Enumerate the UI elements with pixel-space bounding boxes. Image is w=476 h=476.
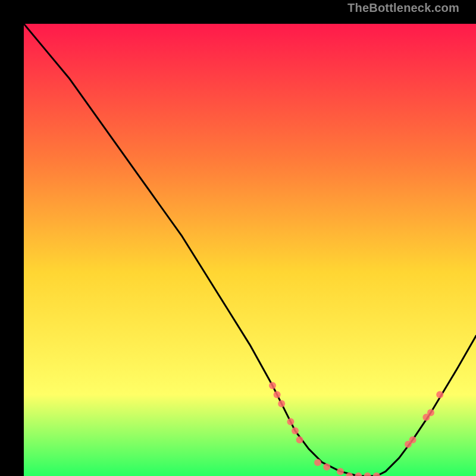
marker-point xyxy=(337,468,344,475)
marker-point xyxy=(323,464,330,471)
marker-point xyxy=(292,427,299,434)
watermark-text: TheBottleneck.com xyxy=(347,1,459,15)
marker-point xyxy=(274,391,281,398)
marker-point xyxy=(269,382,276,389)
marker-point xyxy=(427,409,434,416)
bottleneck-chart xyxy=(24,24,476,476)
chart-frame xyxy=(12,12,464,464)
marker-point xyxy=(287,418,294,425)
marker-point xyxy=(296,436,303,443)
marker-point xyxy=(436,391,443,398)
marker-point xyxy=(314,459,321,466)
marker-point xyxy=(409,436,416,443)
marker-point xyxy=(278,400,285,407)
gradient-background xyxy=(24,24,476,476)
